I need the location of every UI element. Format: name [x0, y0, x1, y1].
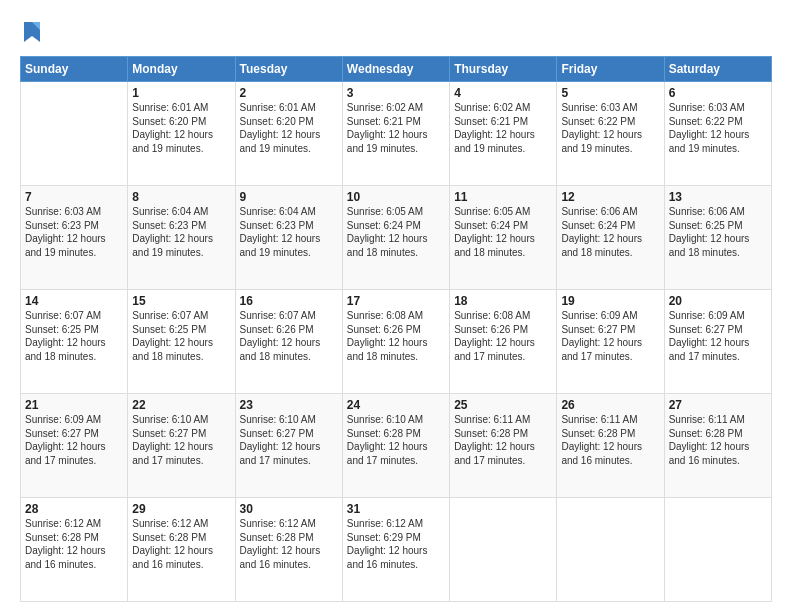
calendar-cell: 8Sunrise: 6:04 AMSunset: 6:23 PMDaylight… — [128, 186, 235, 290]
week-row-5: 28Sunrise: 6:12 AMSunset: 6:28 PMDayligh… — [21, 498, 772, 602]
day-number: 15 — [132, 294, 230, 308]
day-info: Sunrise: 6:03 AMSunset: 6:22 PMDaylight:… — [561, 101, 659, 155]
day-info: Sunrise: 6:03 AMSunset: 6:23 PMDaylight:… — [25, 205, 123, 259]
calendar-cell: 9Sunrise: 6:04 AMSunset: 6:23 PMDaylight… — [235, 186, 342, 290]
calendar-cell: 30Sunrise: 6:12 AMSunset: 6:28 PMDayligh… — [235, 498, 342, 602]
calendar-cell — [557, 498, 664, 602]
calendar-cell: 15Sunrise: 6:07 AMSunset: 6:25 PMDayligh… — [128, 290, 235, 394]
day-number: 1 — [132, 86, 230, 100]
day-info: Sunrise: 6:11 AMSunset: 6:28 PMDaylight:… — [454, 413, 552, 467]
calendar-table: SundayMondayTuesdayWednesdayThursdayFrid… — [20, 56, 772, 602]
day-number: 9 — [240, 190, 338, 204]
calendar-cell: 3Sunrise: 6:02 AMSunset: 6:21 PMDaylight… — [342, 82, 449, 186]
calendar-cell: 26Sunrise: 6:11 AMSunset: 6:28 PMDayligh… — [557, 394, 664, 498]
day-info: Sunrise: 6:12 AMSunset: 6:28 PMDaylight:… — [240, 517, 338, 571]
day-info: Sunrise: 6:01 AMSunset: 6:20 PMDaylight:… — [132, 101, 230, 155]
day-number: 29 — [132, 502, 230, 516]
calendar-cell: 18Sunrise: 6:08 AMSunset: 6:26 PMDayligh… — [450, 290, 557, 394]
weekday-header-monday: Monday — [128, 57, 235, 82]
day-number: 11 — [454, 190, 552, 204]
day-number: 3 — [347, 86, 445, 100]
calendar-cell — [450, 498, 557, 602]
day-number: 17 — [347, 294, 445, 308]
header — [20, 16, 772, 46]
day-number: 14 — [25, 294, 123, 308]
day-number: 25 — [454, 398, 552, 412]
day-info: Sunrise: 6:02 AMSunset: 6:21 PMDaylight:… — [454, 101, 552, 155]
day-info: Sunrise: 6:04 AMSunset: 6:23 PMDaylight:… — [240, 205, 338, 259]
calendar-cell: 25Sunrise: 6:11 AMSunset: 6:28 PMDayligh… — [450, 394, 557, 498]
day-info: Sunrise: 6:02 AMSunset: 6:21 PMDaylight:… — [347, 101, 445, 155]
day-info: Sunrise: 6:01 AMSunset: 6:20 PMDaylight:… — [240, 101, 338, 155]
weekday-header-sunday: Sunday — [21, 57, 128, 82]
day-info: Sunrise: 6:06 AMSunset: 6:25 PMDaylight:… — [669, 205, 767, 259]
calendar-cell — [664, 498, 771, 602]
day-info: Sunrise: 6:09 AMSunset: 6:27 PMDaylight:… — [669, 309, 767, 363]
week-row-2: 7Sunrise: 6:03 AMSunset: 6:23 PMDaylight… — [21, 186, 772, 290]
weekday-header-wednesday: Wednesday — [342, 57, 449, 82]
weekday-header-friday: Friday — [557, 57, 664, 82]
calendar-cell: 11Sunrise: 6:05 AMSunset: 6:24 PMDayligh… — [450, 186, 557, 290]
weekday-header-thursday: Thursday — [450, 57, 557, 82]
calendar-cell: 31Sunrise: 6:12 AMSunset: 6:29 PMDayligh… — [342, 498, 449, 602]
weekday-header-tuesday: Tuesday — [235, 57, 342, 82]
day-info: Sunrise: 6:09 AMSunset: 6:27 PMDaylight:… — [561, 309, 659, 363]
day-info: Sunrise: 6:07 AMSunset: 6:26 PMDaylight:… — [240, 309, 338, 363]
calendar-cell: 10Sunrise: 6:05 AMSunset: 6:24 PMDayligh… — [342, 186, 449, 290]
week-row-3: 14Sunrise: 6:07 AMSunset: 6:25 PMDayligh… — [21, 290, 772, 394]
calendar-cell: 27Sunrise: 6:11 AMSunset: 6:28 PMDayligh… — [664, 394, 771, 498]
day-number: 10 — [347, 190, 445, 204]
day-info: Sunrise: 6:09 AMSunset: 6:27 PMDaylight:… — [25, 413, 123, 467]
day-number: 26 — [561, 398, 659, 412]
day-number: 28 — [25, 502, 123, 516]
day-info: Sunrise: 6:10 AMSunset: 6:27 PMDaylight:… — [240, 413, 338, 467]
logo-icon — [22, 16, 42, 44]
calendar-cell: 1Sunrise: 6:01 AMSunset: 6:20 PMDaylight… — [128, 82, 235, 186]
calendar-cell: 24Sunrise: 6:10 AMSunset: 6:28 PMDayligh… — [342, 394, 449, 498]
day-number: 19 — [561, 294, 659, 308]
day-number: 18 — [454, 294, 552, 308]
day-number: 20 — [669, 294, 767, 308]
day-number: 7 — [25, 190, 123, 204]
calendar-cell: 23Sunrise: 6:10 AMSunset: 6:27 PMDayligh… — [235, 394, 342, 498]
day-number: 21 — [25, 398, 123, 412]
day-info: Sunrise: 6:03 AMSunset: 6:22 PMDaylight:… — [669, 101, 767, 155]
day-number: 27 — [669, 398, 767, 412]
week-row-1: 1Sunrise: 6:01 AMSunset: 6:20 PMDaylight… — [21, 82, 772, 186]
day-number: 22 — [132, 398, 230, 412]
day-info: Sunrise: 6:12 AMSunset: 6:28 PMDaylight:… — [132, 517, 230, 571]
calendar-cell: 13Sunrise: 6:06 AMSunset: 6:25 PMDayligh… — [664, 186, 771, 290]
weekday-header-row: SundayMondayTuesdayWednesdayThursdayFrid… — [21, 57, 772, 82]
calendar-cell: 14Sunrise: 6:07 AMSunset: 6:25 PMDayligh… — [21, 290, 128, 394]
calendar-cell: 4Sunrise: 6:02 AMSunset: 6:21 PMDaylight… — [450, 82, 557, 186]
calendar-cell: 5Sunrise: 6:03 AMSunset: 6:22 PMDaylight… — [557, 82, 664, 186]
day-number: 13 — [669, 190, 767, 204]
calendar-cell: 20Sunrise: 6:09 AMSunset: 6:27 PMDayligh… — [664, 290, 771, 394]
day-info: Sunrise: 6:05 AMSunset: 6:24 PMDaylight:… — [347, 205, 445, 259]
day-info: Sunrise: 6:10 AMSunset: 6:28 PMDaylight:… — [347, 413, 445, 467]
calendar-cell: 17Sunrise: 6:08 AMSunset: 6:26 PMDayligh… — [342, 290, 449, 394]
calendar-cell: 29Sunrise: 6:12 AMSunset: 6:28 PMDayligh… — [128, 498, 235, 602]
day-info: Sunrise: 6:08 AMSunset: 6:26 PMDaylight:… — [347, 309, 445, 363]
logo — [20, 16, 42, 46]
calendar-cell: 6Sunrise: 6:03 AMSunset: 6:22 PMDaylight… — [664, 82, 771, 186]
day-number: 6 — [669, 86, 767, 100]
day-number: 23 — [240, 398, 338, 412]
calendar-cell: 16Sunrise: 6:07 AMSunset: 6:26 PMDayligh… — [235, 290, 342, 394]
day-number: 24 — [347, 398, 445, 412]
calendar-cell: 28Sunrise: 6:12 AMSunset: 6:28 PMDayligh… — [21, 498, 128, 602]
day-number: 2 — [240, 86, 338, 100]
day-info: Sunrise: 6:12 AMSunset: 6:28 PMDaylight:… — [25, 517, 123, 571]
calendar-cell: 12Sunrise: 6:06 AMSunset: 6:24 PMDayligh… — [557, 186, 664, 290]
weekday-header-saturday: Saturday — [664, 57, 771, 82]
day-info: Sunrise: 6:06 AMSunset: 6:24 PMDaylight:… — [561, 205, 659, 259]
day-info: Sunrise: 6:10 AMSunset: 6:27 PMDaylight:… — [132, 413, 230, 467]
day-number: 30 — [240, 502, 338, 516]
day-info: Sunrise: 6:05 AMSunset: 6:24 PMDaylight:… — [454, 205, 552, 259]
day-info: Sunrise: 6:11 AMSunset: 6:28 PMDaylight:… — [669, 413, 767, 467]
day-info: Sunrise: 6:08 AMSunset: 6:26 PMDaylight:… — [454, 309, 552, 363]
day-number: 4 — [454, 86, 552, 100]
day-info: Sunrise: 6:12 AMSunset: 6:29 PMDaylight:… — [347, 517, 445, 571]
calendar-cell: 7Sunrise: 6:03 AMSunset: 6:23 PMDaylight… — [21, 186, 128, 290]
calendar-cell: 21Sunrise: 6:09 AMSunset: 6:27 PMDayligh… — [21, 394, 128, 498]
